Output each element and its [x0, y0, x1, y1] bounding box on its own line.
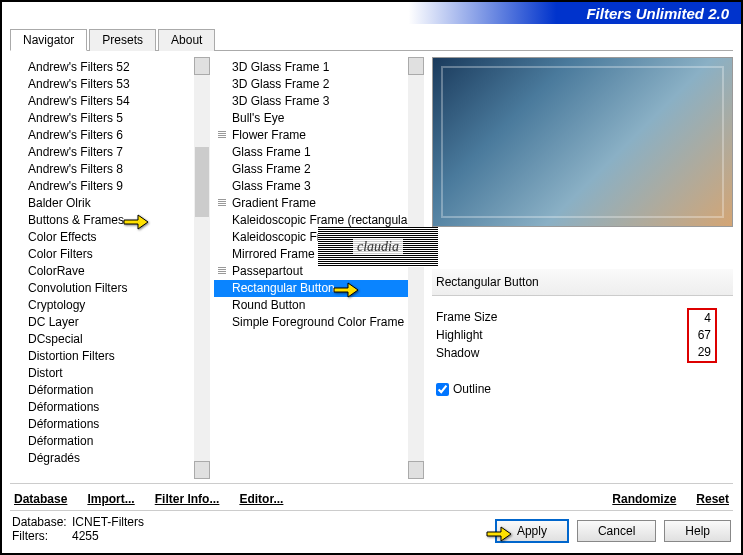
category-item[interactable]: Andrew's Filters 7	[10, 144, 194, 161]
param-name: Highlight	[436, 328, 483, 342]
category-item[interactable]: Andrew's Filters 8	[10, 161, 194, 178]
filter-item[interactable]: Flower Frame	[214, 127, 408, 144]
db-label: Database:	[12, 515, 72, 529]
param-value[interactable]: 67	[693, 327, 711, 344]
category-item[interactable]: Balder Olrik	[10, 195, 194, 212]
cancel-button[interactable]: Cancel	[577, 520, 656, 542]
watermark: claudia	[318, 227, 438, 267]
filter-item[interactable]: Glass Frame 3	[214, 178, 408, 195]
status-bar: Database:ICNET-Filters Filters:4255	[12, 515, 144, 543]
filter-info-button[interactable]: Filter Info...	[155, 492, 220, 506]
filter-item[interactable]: Bull's Eye	[214, 110, 408, 127]
filter-item[interactable]: 3D Glass Frame 2	[214, 76, 408, 93]
import-button[interactable]: Import...	[87, 492, 134, 506]
filter-item[interactable]: Round Button	[214, 297, 408, 314]
filter-scrollbar[interactable]	[408, 57, 424, 479]
reset-button[interactable]: Reset	[696, 492, 729, 506]
category-list[interactable]: Andrew's Filters 52Andrew's Filters 53An…	[10, 57, 194, 479]
category-item[interactable]: Andrew's Filters 52	[10, 59, 194, 76]
category-item[interactable]: Dégradés	[10, 450, 194, 467]
category-item[interactable]: Andrew's Filters 5	[10, 110, 194, 127]
outline-checkbox[interactable]: Outline	[436, 382, 729, 396]
category-item[interactable]: Color Filters	[10, 246, 194, 263]
outline-label: Outline	[453, 382, 491, 396]
category-item[interactable]: Convolution Filters	[10, 280, 194, 297]
app-title: Filters Unlimited 2.0	[586, 5, 729, 22]
category-item[interactable]: Cryptology	[10, 297, 194, 314]
filter-item[interactable]: 3D Glass Frame 1	[214, 59, 408, 76]
filter-item[interactable]: 3D Glass Frame 3	[214, 93, 408, 110]
filter-item[interactable]: Glass Frame 2	[214, 161, 408, 178]
category-item[interactable]: DC Layer	[10, 314, 194, 331]
preview-image	[432, 57, 733, 227]
param-title: Rectangular Button	[432, 269, 733, 296]
param-row: Frame Size	[436, 308, 689, 326]
category-item[interactable]: Déformations	[10, 399, 194, 416]
category-item[interactable]: Andrew's Filters 9	[10, 178, 194, 195]
filters-value: 4255	[72, 529, 99, 543]
category-item[interactable]: Distort	[10, 365, 194, 382]
filter-item[interactable]: Simple Foreground Color Frame	[214, 314, 408, 331]
db-value: ICNET-Filters	[72, 515, 144, 529]
category-item[interactable]: Andrew's Filters 54	[10, 93, 194, 110]
filter-list[interactable]: 3D Glass Frame 13D Glass Frame 23D Glass…	[214, 57, 408, 479]
category-scrollbar[interactable]	[194, 57, 210, 479]
category-item[interactable]: Déformation	[10, 382, 194, 399]
editor-button[interactable]: Editor...	[239, 492, 283, 506]
tab-about[interactable]: About	[158, 29, 215, 51]
category-item[interactable]: Color Effects	[10, 229, 194, 246]
param-value[interactable]: 29	[693, 344, 711, 361]
database-button[interactable]: Database	[14, 492, 67, 506]
tab-presets[interactable]: Presets	[89, 29, 156, 51]
param-row: Shadow	[436, 344, 689, 362]
filter-item[interactable]: Gradient Frame	[214, 195, 408, 212]
apply-button[interactable]: Apply	[495, 519, 569, 543]
tab-strip: NavigatorPresetsAbout	[10, 28, 733, 51]
category-item[interactable]: Déformations	[10, 416, 194, 433]
param-name: Shadow	[436, 346, 479, 360]
param-value[interactable]: 4	[693, 310, 711, 327]
param-values-box: 46729	[687, 308, 717, 363]
param-row: Highlight	[436, 326, 689, 344]
param-name: Frame Size	[436, 310, 497, 324]
category-item[interactable]: ColorRave	[10, 263, 194, 280]
category-item[interactable]: Distortion Filters	[10, 348, 194, 365]
outline-checkbox-input[interactable]	[436, 383, 449, 396]
randomize-button[interactable]: Randomize	[612, 492, 676, 506]
category-item[interactable]: Buttons & Frames	[10, 212, 194, 229]
category-item[interactable]: Déformation	[10, 433, 194, 450]
filter-item[interactable]: Rectangular Button	[214, 280, 408, 297]
filters-label: Filters:	[12, 529, 72, 543]
filter-item[interactable]: Glass Frame 1	[214, 144, 408, 161]
help-button[interactable]: Help	[664, 520, 731, 542]
category-item[interactable]: Andrew's Filters 6	[10, 127, 194, 144]
tab-navigator[interactable]: Navigator	[10, 29, 87, 51]
category-item[interactable]: DCspecial	[10, 331, 194, 348]
action-row: Database Import... Filter Info... Editor…	[10, 483, 733, 511]
category-item[interactable]: Andrew's Filters 53	[10, 76, 194, 93]
title-bar: Filters Unlimited 2.0	[2, 2, 741, 24]
